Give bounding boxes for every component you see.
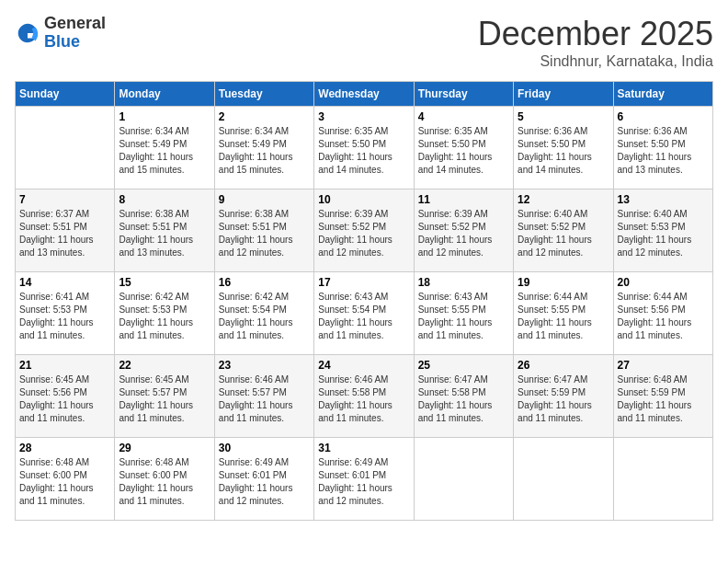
calendar-table: SundayMondayTuesdayWednesdayThursdayFrid…	[15, 81, 713, 521]
day-info: Sunrise: 6:46 AM Sunset: 5:57 PM Dayligh…	[219, 373, 310, 425]
day-info: Sunrise: 6:48 AM Sunset: 5:59 PM Dayligh…	[618, 373, 709, 425]
day-cell	[514, 438, 613, 521]
day-number: 20	[618, 276, 709, 289]
week-row-5: 28 Sunrise: 6:48 AM Sunset: 6:00 PM Dayl…	[16, 438, 713, 521]
day-number: 29	[119, 442, 210, 454]
day-cell: 16 Sunrise: 6:42 AM Sunset: 5:54 PM Dayl…	[214, 272, 313, 355]
day-number: 22	[119, 359, 210, 372]
logo: General Blue	[15, 15, 106, 52]
day-number: 18	[418, 276, 509, 289]
day-cell: 5 Sunrise: 6:36 AM Sunset: 5:50 PM Dayli…	[514, 107, 613, 190]
day-cell: 17 Sunrise: 6:43 AM Sunset: 5:54 PM Dayl…	[314, 272, 414, 355]
day-number: 3	[318, 110, 409, 123]
logo-icon	[15, 20, 40, 46]
day-info: Sunrise: 6:45 AM Sunset: 5:57 PM Dayligh…	[119, 373, 210, 425]
weekday-header-wednesday: Wednesday	[314, 82, 414, 107]
day-info: Sunrise: 6:42 AM Sunset: 5:53 PM Dayligh…	[119, 291, 210, 342]
day-number: 2	[219, 110, 310, 123]
day-number: 7	[19, 193, 110, 206]
day-info: Sunrise: 6:36 AM Sunset: 5:50 PM Dayligh…	[518, 125, 609, 177]
day-number: 1	[119, 110, 210, 123]
day-number: 16	[219, 276, 310, 289]
day-info: Sunrise: 6:41 AM Sunset: 5:53 PM Dayligh…	[19, 291, 110, 342]
day-cell: 3 Sunrise: 6:35 AM Sunset: 5:50 PM Dayli…	[314, 107, 414, 190]
week-row-1: 1 Sunrise: 6:34 AM Sunset: 5:49 PM Dayli…	[16, 107, 713, 190]
day-cell: 23 Sunrise: 6:46 AM Sunset: 5:57 PM Dayl…	[214, 355, 313, 438]
day-number: 6	[618, 110, 709, 123]
day-info: Sunrise: 6:37 AM Sunset: 5:51 PM Dayligh…	[19, 208, 110, 259]
day-number: 11	[418, 193, 509, 206]
day-cell: 9 Sunrise: 6:38 AM Sunset: 5:51 PM Dayli…	[214, 190, 313, 272]
day-cell: 30 Sunrise: 6:49 AM Sunset: 6:01 PM Dayl…	[214, 438, 313, 521]
day-cell: 13 Sunrise: 6:40 AM Sunset: 5:53 PM Dayl…	[613, 190, 712, 272]
day-cell: 1 Sunrise: 6:34 AM Sunset: 5:49 PM Dayli…	[115, 107, 214, 190]
week-row-3: 14 Sunrise: 6:41 AM Sunset: 5:53 PM Dayl…	[16, 272, 713, 355]
weekday-header-thursday: Thursday	[414, 82, 513, 107]
weekday-header-monday: Monday	[115, 82, 214, 107]
day-info: Sunrise: 6:44 AM Sunset: 5:55 PM Dayligh…	[518, 291, 609, 342]
day-number: 4	[418, 110, 509, 123]
day-info: Sunrise: 6:47 AM Sunset: 5:58 PM Dayligh…	[418, 373, 509, 425]
location-title: Sindhnur, Karnataka, India	[478, 53, 713, 70]
day-cell: 24 Sunrise: 6:46 AM Sunset: 5:58 PM Dayl…	[314, 355, 414, 438]
day-info: Sunrise: 6:49 AM Sunset: 6:01 PM Dayligh…	[318, 456, 409, 508]
week-row-2: 7 Sunrise: 6:37 AM Sunset: 5:51 PM Dayli…	[16, 190, 713, 272]
day-number: 30	[219, 442, 310, 454]
day-cell	[613, 438, 712, 521]
day-number: 10	[318, 193, 409, 206]
day-cell: 27 Sunrise: 6:48 AM Sunset: 5:59 PM Dayl…	[613, 355, 712, 438]
day-cell: 11 Sunrise: 6:39 AM Sunset: 5:52 PM Dayl…	[414, 190, 513, 272]
day-cell: 28 Sunrise: 6:48 AM Sunset: 6:00 PM Dayl…	[16, 438, 115, 521]
day-info: Sunrise: 6:44 AM Sunset: 5:56 PM Dayligh…	[618, 291, 709, 342]
weekday-header-friday: Friday	[514, 82, 613, 107]
day-info: Sunrise: 6:47 AM Sunset: 5:59 PM Dayligh…	[518, 373, 609, 425]
weekday-header-row: SundayMondayTuesdayWednesdayThursdayFrid…	[16, 82, 713, 107]
day-number: 12	[518, 193, 609, 206]
day-cell: 31 Sunrise: 6:49 AM Sunset: 6:01 PM Dayl…	[314, 438, 414, 521]
day-number: 27	[618, 359, 709, 372]
day-info: Sunrise: 6:39 AM Sunset: 5:52 PM Dayligh…	[418, 208, 509, 259]
week-row-4: 21 Sunrise: 6:45 AM Sunset: 5:56 PM Dayl…	[16, 355, 713, 438]
day-cell: 25 Sunrise: 6:47 AM Sunset: 5:58 PM Dayl…	[414, 355, 513, 438]
day-info: Sunrise: 6:48 AM Sunset: 6:00 PM Dayligh…	[119, 456, 210, 508]
day-info: Sunrise: 6:45 AM Sunset: 5:56 PM Dayligh…	[19, 373, 110, 425]
logo-text: General Blue	[44, 15, 106, 52]
day-info: Sunrise: 6:39 AM Sunset: 5:52 PM Dayligh…	[318, 208, 409, 259]
day-cell: 14 Sunrise: 6:41 AM Sunset: 5:53 PM Dayl…	[16, 272, 115, 355]
day-info: Sunrise: 6:38 AM Sunset: 5:51 PM Dayligh…	[119, 208, 210, 259]
day-number: 28	[19, 442, 110, 454]
day-info: Sunrise: 6:36 AM Sunset: 5:50 PM Dayligh…	[618, 125, 709, 177]
day-info: Sunrise: 6:34 AM Sunset: 5:49 PM Dayligh…	[219, 125, 310, 177]
day-cell: 22 Sunrise: 6:45 AM Sunset: 5:57 PM Dayl…	[115, 355, 214, 438]
day-number: 8	[119, 193, 210, 206]
day-cell: 20 Sunrise: 6:44 AM Sunset: 5:56 PM Dayl…	[613, 272, 712, 355]
day-info: Sunrise: 6:42 AM Sunset: 5:54 PM Dayligh…	[219, 291, 310, 342]
month-title: December 2025	[478, 15, 713, 53]
day-info: Sunrise: 6:43 AM Sunset: 5:54 PM Dayligh…	[318, 291, 409, 342]
day-info: Sunrise: 6:35 AM Sunset: 5:50 PM Dayligh…	[318, 125, 409, 177]
day-cell: 26 Sunrise: 6:47 AM Sunset: 5:59 PM Dayl…	[514, 355, 613, 438]
day-cell: 15 Sunrise: 6:42 AM Sunset: 5:53 PM Dayl…	[115, 272, 214, 355]
day-number: 17	[318, 276, 409, 289]
day-info: Sunrise: 6:38 AM Sunset: 5:51 PM Dayligh…	[219, 208, 310, 259]
weekday-header-saturday: Saturday	[613, 82, 712, 107]
day-info: Sunrise: 6:48 AM Sunset: 6:00 PM Dayligh…	[19, 456, 110, 508]
day-info: Sunrise: 6:34 AM Sunset: 5:49 PM Dayligh…	[119, 125, 210, 177]
day-cell: 18 Sunrise: 6:43 AM Sunset: 5:55 PM Dayl…	[414, 272, 513, 355]
day-cell: 4 Sunrise: 6:35 AM Sunset: 5:50 PM Dayli…	[414, 107, 513, 190]
day-info: Sunrise: 6:43 AM Sunset: 5:55 PM Dayligh…	[418, 291, 509, 342]
day-number: 21	[19, 359, 110, 372]
day-number: 13	[618, 193, 709, 206]
day-number: 23	[219, 359, 310, 372]
day-number: 25	[418, 359, 509, 372]
weekday-header-tuesday: Tuesday	[214, 82, 313, 107]
day-cell	[16, 107, 115, 190]
day-number: 26	[518, 359, 609, 372]
day-cell: 21 Sunrise: 6:45 AM Sunset: 5:56 PM Dayl…	[16, 355, 115, 438]
day-info: Sunrise: 6:40 AM Sunset: 5:52 PM Dayligh…	[518, 208, 609, 259]
day-info: Sunrise: 6:46 AM Sunset: 5:58 PM Dayligh…	[318, 373, 409, 425]
day-cell: 10 Sunrise: 6:39 AM Sunset: 5:52 PM Dayl…	[314, 190, 414, 272]
day-cell: 29 Sunrise: 6:48 AM Sunset: 6:00 PM Dayl…	[115, 438, 214, 521]
weekday-header-sunday: Sunday	[16, 82, 115, 107]
day-number: 15	[119, 276, 210, 289]
